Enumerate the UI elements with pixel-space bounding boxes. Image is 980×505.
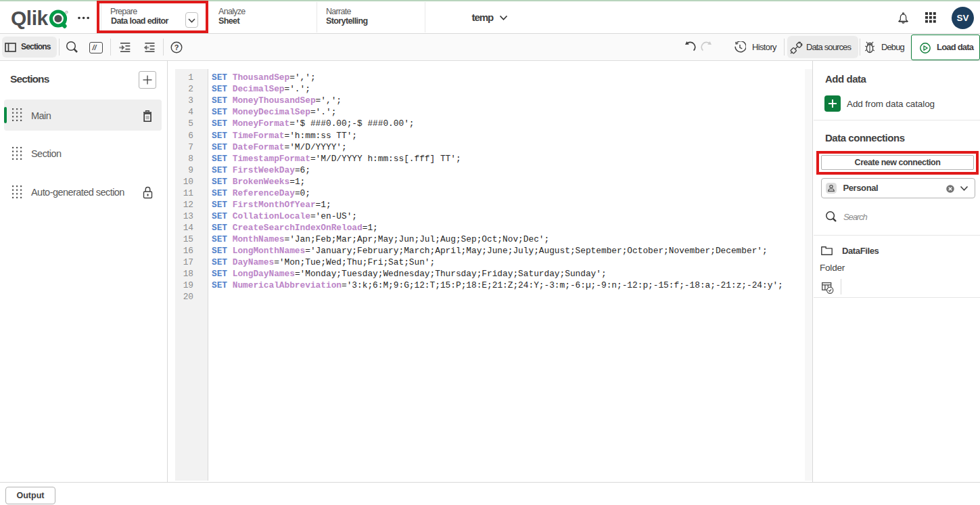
svg-text:?: ? (174, 43, 179, 51)
